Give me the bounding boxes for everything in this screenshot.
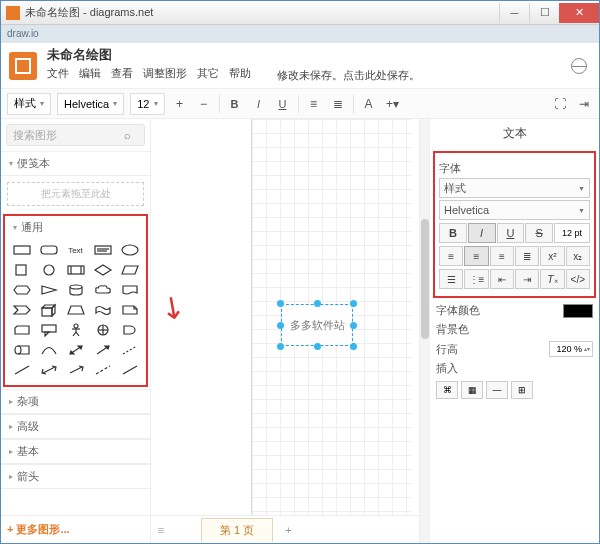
shape-callout[interactable] — [36, 321, 61, 339]
shape-triangle[interactable] — [36, 281, 61, 299]
add-icon[interactable]: +▾ — [384, 95, 402, 113]
minimize-button[interactable]: ─ — [499, 3, 529, 23]
section-misc[interactable]: 杂项 — [1, 389, 150, 414]
valign-icon[interactable]: ≣ — [329, 95, 347, 113]
resize-handle-e[interactable] — [350, 322, 357, 329]
close-button[interactable]: ✕ — [559, 3, 599, 23]
align-right-button[interactable]: ≡ — [490, 246, 514, 266]
section-arrows[interactable]: 箭头 — [1, 464, 150, 489]
font-dropdown[interactable]: Helvetica — [439, 200, 590, 220]
font-color-icon[interactable]: A — [360, 95, 378, 113]
shape-biarrow[interactable] — [63, 341, 88, 359]
shape-square[interactable] — [9, 261, 34, 279]
insert-hr-button[interactable]: — — [486, 381, 508, 399]
resize-handle-w[interactable] — [277, 322, 284, 329]
align-center-button[interactable]: ≡ — [464, 246, 488, 266]
shape-or[interactable] — [90, 321, 115, 339]
shape-cloud[interactable] — [90, 281, 115, 299]
shape-diamond[interactable] — [90, 261, 115, 279]
shape-card[interactable] — [9, 321, 34, 339]
italic-button[interactable]: I — [468, 223, 496, 243]
menu-extras[interactable]: 其它 — [197, 66, 219, 85]
shape-rect[interactable] — [9, 241, 34, 259]
shape-circle[interactable] — [36, 261, 61, 279]
clear-format-button[interactable]: Tₓ — [540, 269, 564, 289]
line-height-input[interactable]: 120 % — [549, 341, 593, 357]
justify-button[interactable]: ≣ — [515, 246, 539, 266]
collapse-icon[interactable]: ⇥ — [575, 95, 593, 113]
bold-button[interactable]: B — [439, 223, 467, 243]
unsaved-warning[interactable]: 修改未保存。点击此处保存。 — [269, 66, 428, 85]
resize-handle-n[interactable] — [314, 300, 321, 307]
superscript-button[interactable]: x² — [540, 246, 564, 266]
shape-parallelogram[interactable] — [117, 261, 142, 279]
maximize-button[interactable]: ☐ — [529, 3, 559, 23]
shape-textbox[interactable] — [90, 241, 115, 259]
zoom-out-icon[interactable]: − — [195, 95, 213, 113]
shape-hexagon[interactable] — [9, 281, 34, 299]
resize-handle-s[interactable] — [314, 343, 321, 350]
shape-actor[interactable] — [63, 321, 88, 339]
numlist-button[interactable]: ☰ — [439, 269, 463, 289]
shape-arrow2[interactable] — [63, 361, 88, 379]
scratchpad-head[interactable]: 便笺本 — [1, 151, 150, 176]
general-head[interactable]: 通用 — [5, 216, 146, 239]
style-select[interactable]: 样式 — [7, 93, 51, 115]
shape-note[interactable] — [117, 301, 142, 319]
bold-icon[interactable]: B — [226, 95, 244, 113]
insert-image-button[interactable]: ▦ — [461, 381, 483, 399]
menu-help[interactable]: 帮助 — [229, 66, 251, 85]
shape-link[interactable] — [90, 361, 115, 379]
italic-icon[interactable]: I — [250, 95, 268, 113]
shape-cube[interactable] — [36, 301, 61, 319]
resize-handle-sw[interactable] — [277, 343, 284, 350]
resize-handle-nw[interactable] — [277, 300, 284, 307]
shape-step[interactable] — [9, 301, 34, 319]
pages-menu-icon[interactable]: ≡ — [151, 524, 171, 536]
zoom-in-icon[interactable]: + — [171, 95, 189, 113]
more-shapes-button[interactable]: + 更多图形... — [1, 515, 150, 543]
underline-button[interactable]: U — [497, 223, 525, 243]
fontsize-input[interactable]: 12 pt — [554, 223, 590, 243]
underline-icon[interactable]: U — [274, 95, 292, 113]
font-select[interactable]: Helvetica — [57, 93, 124, 115]
menu-file[interactable]: 文件 — [47, 66, 69, 85]
section-basic[interactable]: 基本 — [1, 439, 150, 464]
scratchpad-drop[interactable]: 把元素拖至此处 — [7, 182, 144, 206]
fontsize-select[interactable]: 12 — [130, 93, 164, 115]
style-dropdown[interactable]: 样式 — [439, 178, 590, 198]
menu-edit[interactable]: 编辑 — [79, 66, 101, 85]
shape-arrow[interactable] — [90, 341, 115, 359]
shape-cylinder[interactable] — [63, 281, 88, 299]
shape-roundrect[interactable] — [36, 241, 61, 259]
html-button[interactable]: </> — [566, 269, 590, 289]
vertical-scrollbar[interactable] — [419, 119, 429, 543]
outdent-button[interactable]: ⇤ — [490, 269, 514, 289]
shape-document[interactable] — [117, 281, 142, 299]
strike-button[interactable]: S — [525, 223, 553, 243]
section-advanced[interactable]: 高级 — [1, 414, 150, 439]
bulletlist-button[interactable]: ⋮≡ — [464, 269, 488, 289]
shape-text[interactable]: Text — [63, 241, 88, 259]
menu-arrange[interactable]: 调整图形 — [143, 66, 187, 85]
resize-handle-se[interactable] — [350, 343, 357, 350]
shape-biarrow2[interactable] — [36, 361, 61, 379]
shape-and[interactable] — [117, 321, 142, 339]
indent-button[interactable]: ⇥ — [515, 269, 539, 289]
insert-link-button[interactable]: ⌘ — [436, 381, 458, 399]
shape-curve[interactable] — [36, 341, 61, 359]
subscript-button[interactable]: x₂ — [566, 246, 590, 266]
insert-table-button[interactable]: ⊞ — [511, 381, 533, 399]
document-title[interactable]: 未命名绘图 — [47, 46, 569, 64]
shape-ellipse[interactable] — [117, 241, 142, 259]
shape-trapezoid[interactable] — [63, 301, 88, 319]
shape-dashline[interactable] — [117, 341, 142, 359]
shape-line2[interactable] — [117, 361, 142, 379]
selected-shape[interactable]: 多多软件站 — [281, 304, 353, 346]
page-tab-1[interactable]: 第 1 页 — [201, 518, 273, 542]
font-color-swatch[interactable] — [563, 304, 593, 318]
shape-datastore[interactable] — [9, 341, 34, 359]
language-icon[interactable] — [571, 58, 587, 74]
add-page-button[interactable]: + — [273, 520, 303, 540]
shape-process[interactable] — [63, 261, 88, 279]
